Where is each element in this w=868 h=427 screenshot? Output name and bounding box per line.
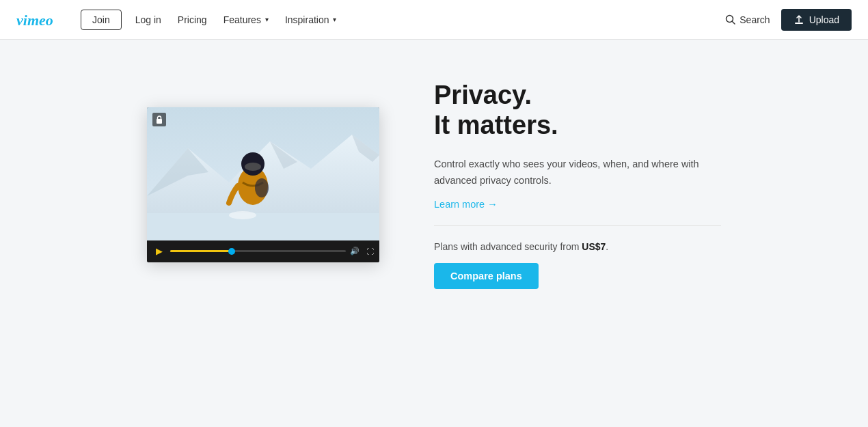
pricing-link[interactable]: Pricing [169, 14, 215, 25]
main-heading: Privacy. It matters. [434, 81, 721, 140]
features-link[interactable]: Features ▾ [215, 14, 277, 25]
video-scene [147, 107, 379, 240]
main-content: ▶ 🔊 ⛶ Privacy. It matters. Control exact… [0, 40, 868, 316]
svg-rect-15 [157, 119, 162, 124]
features-chevron-icon: ▾ [265, 16, 269, 23]
svg-line-2 [733, 22, 735, 25]
join-button[interactable]: Join [81, 10, 122, 30]
video-frame [147, 107, 379, 240]
progress-bar[interactable] [170, 250, 346, 252]
fullscreen-icon[interactable]: ⛶ [366, 247, 374, 256]
vimeo-logo[interactable]: vimeo [16, 10, 64, 29]
svg-text:vimeo: vimeo [16, 12, 53, 29]
description-text: Control exactly who sees your videos, wh… [434, 156, 721, 188]
upload-button[interactable]: Upload [781, 9, 852, 31]
inspiration-link[interactable]: Inspiration ▾ [277, 14, 345, 25]
svg-rect-3 [795, 23, 803, 24]
content-divider [434, 225, 721, 226]
upload-icon [794, 14, 804, 25]
svg-point-14 [229, 211, 256, 219]
search-label: Search [740, 14, 770, 25]
navigation: vimeo Join Log in Pricing Features ▾ Ins… [0, 0, 868, 40]
plans-price: US$7 [582, 241, 606, 252]
right-content: Privacy. It matters. Control exactly who… [434, 81, 721, 289]
svg-point-13 [255, 178, 269, 197]
volume-icon[interactable]: 🔊 [350, 247, 360, 256]
lock-icon [152, 113, 166, 126]
svg-point-12 [245, 163, 261, 171]
search-button[interactable]: Search [725, 14, 770, 25]
learn-more-link[interactable]: Learn more → [434, 199, 498, 210]
progress-thumb [228, 248, 235, 255]
compare-plans-button[interactable]: Compare plans [434, 263, 539, 289]
login-link[interactable]: Log in [127, 14, 169, 25]
progress-fill [170, 250, 232, 252]
video-controls: ▶ 🔊 ⛶ [147, 240, 379, 262]
svg-rect-9 [147, 213, 379, 240]
play-button[interactable]: ▶ [152, 245, 166, 258]
plans-text: Plans with advanced security from US$7. [434, 241, 721, 252]
search-icon [725, 14, 735, 25]
inspiration-chevron-icon: ▾ [333, 16, 336, 23]
video-player[interactable]: ▶ 🔊 ⛶ [147, 107, 379, 262]
